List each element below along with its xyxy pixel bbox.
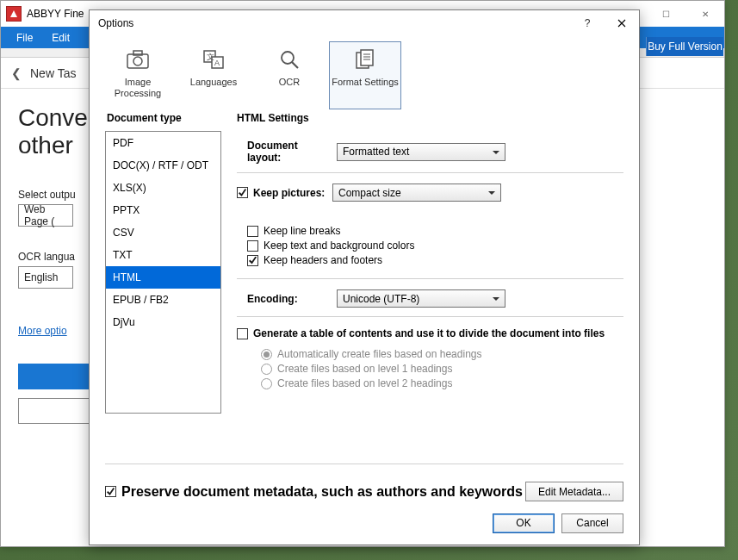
svg-point-2	[133, 57, 142, 65]
svg-point-7	[282, 52, 294, 64]
dialog-titlebar: Options ?	[90, 10, 639, 36]
ocr-language-select[interactable]: English	[18, 266, 73, 289]
tab-image-processing[interactable]: Image Processing	[102, 41, 174, 109]
doc-type-pptx[interactable]: PPTX	[106, 199, 220, 221]
maximize-button[interactable]: ☐	[647, 2, 685, 27]
keep-pictures-label: Keep pictures:	[253, 187, 327, 199]
radio-auto-headings	[261, 349, 272, 360]
keep-line-breaks-checkbox[interactable]	[247, 226, 258, 237]
menu-file[interactable]: File	[8, 30, 41, 46]
settings-heading: HTML Settings	[237, 112, 623, 124]
close-dialog-button[interactable]	[605, 11, 639, 36]
app-title: ABBYY Fine	[27, 8, 84, 20]
ok-button[interactable]: OK	[493, 513, 555, 533]
app-logo-icon	[6, 6, 22, 22]
dialog-tabs: Image Processing 文A Languages OCR Format…	[90, 36, 639, 110]
tab-label: OCR	[279, 77, 300, 88]
preserve-metadata-label: Preserve document metadata, such as auth…	[121, 484, 523, 500]
tab-label: Languages	[190, 77, 237, 88]
menu-edit[interactable]: Edit	[43, 30, 78, 46]
more-options-link[interactable]: More optio	[18, 325, 67, 337]
documents-icon	[353, 47, 377, 72]
doc-type-csv[interactable]: CSV	[106, 221, 220, 244]
tab-label: Image Processing	[102, 77, 173, 98]
tab-format-settings[interactable]: Format Settings	[329, 41, 401, 109]
keep-headers-checkbox[interactable]	[247, 255, 258, 266]
generate-toc-label: Generate a table of contents and use it …	[253, 327, 605, 339]
keep-colors-checkbox[interactable]	[247, 240, 258, 252]
doc-type-xlsx[interactable]: XLS(X)	[106, 177, 220, 199]
svg-text:文: 文	[207, 53, 214, 61]
document-layout-select[interactable]: Formatted text	[337, 143, 505, 161]
back-icon[interactable]: ❮	[11, 66, 22, 80]
doc-type-docx[interactable]: DOC(X) / RTF / ODT	[106, 154, 220, 177]
document-type-heading: Document type	[107, 112, 221, 124]
encoding-label: Encoding:	[247, 293, 332, 305]
help-button[interactable]: ?	[570, 11, 605, 36]
document-type-list: PDF DOC(X) / RTF / ODT XLS(X) PPTX CSV T…	[105, 131, 221, 414]
keep-colors-label: Keep text and background colors	[264, 240, 414, 252]
document-layout-label: Document layout:	[247, 140, 332, 164]
doc-type-epub[interactable]: EPUB / FB2	[106, 289, 220, 311]
languages-icon: 文A	[202, 47, 226, 72]
task-title: New Tas	[30, 66, 76, 80]
radio-level1-headings	[261, 364, 272, 375]
tab-label: Format Settings	[332, 77, 399, 88]
camera-icon	[126, 47, 150, 72]
edit-metadata-button[interactable]: Edit Metadata...	[525, 482, 623, 501]
svg-text:A: A	[214, 59, 220, 67]
keep-headers-label: Keep headers and footers	[264, 254, 382, 266]
encoding-select[interactable]: Unicode (UTF-8)	[337, 289, 505, 308]
tab-ocr[interactable]: OCR	[253, 41, 326, 109]
close-app-button[interactable]: ✕	[685, 2, 724, 27]
output-format-select[interactable]: Web Page (	[18, 204, 73, 227]
svg-line-8	[292, 62, 298, 68]
keep-pictures-select[interactable]: Compact size	[332, 184, 501, 202]
doc-type-txt[interactable]: TXT	[106, 244, 220, 266]
tab-languages[interactable]: 文A Languages	[177, 41, 250, 109]
preserve-metadata-checkbox[interactable]	[105, 486, 116, 497]
options-dialog: Options ? Image Processing 文A Languages …	[89, 9, 640, 545]
magnifier-icon	[277, 47, 301, 72]
radio-auto-label: Automatically create files based on head…	[277, 348, 481, 360]
svg-rect-1	[133, 51, 142, 55]
doc-type-pdf[interactable]: PDF	[106, 132, 220, 154]
doc-type-djvu[interactable]: DjVu	[106, 311, 220, 333]
dialog-title: Options	[98, 17, 133, 29]
radio-level2-label: Create files based on level 2 headings	[277, 377, 452, 389]
radio-level2-headings	[261, 378, 272, 389]
cancel-button[interactable]: Cancel	[561, 513, 623, 533]
radio-level1-label: Create files based on level 1 headings	[277, 363, 452, 375]
keep-line-breaks-label: Keep line breaks	[264, 225, 340, 237]
keep-pictures-checkbox[interactable]	[237, 187, 248, 198]
svg-rect-10	[361, 50, 373, 65]
buy-full-version-button[interactable]: Buy Full Version	[646, 37, 723, 56]
doc-type-html[interactable]: HTML	[106, 266, 220, 289]
generate-toc-checkbox[interactable]	[237, 328, 248, 339]
